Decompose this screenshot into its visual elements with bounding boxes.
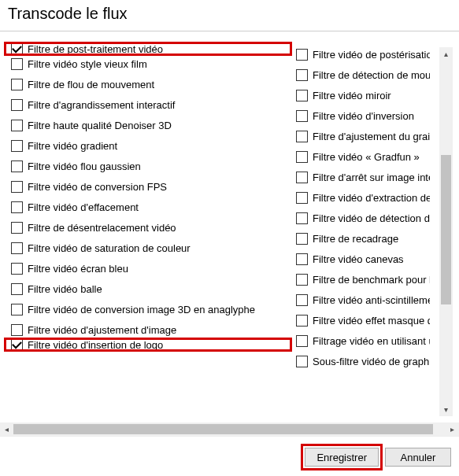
filter-checkbox[interactable] xyxy=(296,253,308,265)
filter-row[interactable]: Filtre vidéo écran bleu xyxy=(11,261,285,275)
filter-row[interactable]: Filtre vidéo d'ajustement d'image xyxy=(11,323,285,337)
filter-label: Filtre vidéo d'inversion xyxy=(313,110,414,122)
filter-checkbox[interactable] xyxy=(296,69,308,81)
filter-checkbox[interactable] xyxy=(296,90,308,101)
scroll-down-arrow-icon[interactable]: ▾ xyxy=(439,403,453,416)
cancel-button[interactable]: Annuler xyxy=(385,448,451,467)
filters-left-column: Filtre de post-traitement vidéoFiltre vi… xyxy=(11,47,285,416)
filter-checkbox[interactable] xyxy=(296,110,308,122)
filter-checkbox[interactable] xyxy=(296,151,308,163)
filter-label: Filtre haute qualité Denoiser 3D xyxy=(28,120,172,131)
filter-row[interactable]: Filtre vidéo miroir xyxy=(296,88,430,102)
filters-panel: Filtre de post-traitement vidéoFiltre vi… xyxy=(0,31,459,422)
window-title: Transcode le flux xyxy=(0,0,459,31)
filter-checkbox[interactable] xyxy=(11,58,23,70)
filter-row[interactable]: Filtre vidéo canevas xyxy=(296,252,430,266)
filter-row[interactable]: Filtre haute qualité Denoiser 3D xyxy=(11,118,285,132)
filter-row[interactable]: Filtre vidéo effet masque de tr xyxy=(296,313,430,327)
filter-label: Sous-filtre vidéo de graphique xyxy=(313,356,430,367)
filter-row[interactable]: Filtre de flou de mouvement xyxy=(11,77,285,91)
filter-row[interactable]: Filtre vidéo de conversion image 3D en a… xyxy=(11,302,285,316)
filter-label: Filtre de benchmark pour le flo xyxy=(313,274,430,286)
filter-row[interactable]: Filtre vidéo d'insertion de logo xyxy=(4,338,292,352)
filter-row[interactable]: Filtre vidéo anti-scintillement xyxy=(296,293,430,307)
filter-row[interactable]: Filtre de recadrage xyxy=(296,231,430,245)
filter-row[interactable]: Filtre vidéo gradient xyxy=(11,138,285,153)
filter-label: Filtre vidéo de détection des b xyxy=(313,212,430,224)
filter-checkbox[interactable] xyxy=(296,356,308,367)
filter-row[interactable]: Filtre vidéo balle xyxy=(11,282,285,296)
filter-checkbox[interactable] xyxy=(11,120,23,131)
filter-label: Filtre vidéo d'effacement xyxy=(28,201,139,213)
filter-row[interactable]: Filtre d'arrêt sur image interac xyxy=(296,170,430,184)
filter-checkbox[interactable] xyxy=(296,315,308,327)
filter-checkbox[interactable] xyxy=(11,263,23,275)
filter-row[interactable]: Filtre de détection de mouvem xyxy=(296,68,430,82)
filter-row[interactable]: Filtre vidéo « Gradfun » xyxy=(296,149,430,164)
filter-checkbox[interactable] xyxy=(11,181,23,193)
filter-checkbox[interactable] xyxy=(296,335,308,347)
filter-label: Filtre de flou de mouvement xyxy=(28,79,154,90)
scroll-right-arrow-icon[interactable]: ▸ xyxy=(446,422,459,436)
scroll-left-arrow-icon[interactable]: ◂ xyxy=(0,422,13,436)
filter-checkbox[interactable] xyxy=(296,274,308,286)
filter-label: Filtre de désentrelacement vidéo xyxy=(28,222,176,234)
filter-row[interactable]: Filtre vidéo d'extraction de con xyxy=(296,190,430,205)
filter-row[interactable]: Sous-filtre vidéo de graphique xyxy=(296,354,430,368)
filter-label: Filtre vidéo gradient xyxy=(28,140,117,152)
dialog-footer: Enregistrer Annuler xyxy=(0,436,459,476)
filter-checkbox[interactable] xyxy=(11,79,23,90)
filter-row[interactable]: Filtre vidéo d'effacement xyxy=(11,200,285,214)
filter-checkbox[interactable] xyxy=(11,242,23,254)
filter-checkbox[interactable] xyxy=(11,140,23,152)
filter-checkbox[interactable] xyxy=(296,172,308,183)
filter-row[interactable]: Filtre vidéo de détection des b xyxy=(296,211,430,225)
horizontal-scrollbar[interactable]: ◂ ▸ xyxy=(0,422,459,436)
horizontal-scroll-thumb[interactable] xyxy=(13,424,433,434)
filter-label: Filtre vidéo anti-scintillement xyxy=(313,294,430,306)
filter-row[interactable]: Filtre d'agrandissement interactif xyxy=(11,98,285,112)
filter-checkbox[interactable] xyxy=(11,161,23,172)
filter-row[interactable]: Filtre vidéo flou gaussien xyxy=(11,159,285,173)
filter-row[interactable]: Filtre vidéo de postérisation xyxy=(296,47,430,61)
filter-label: Filtre vidéo miroir xyxy=(313,90,391,101)
filter-row[interactable]: Filtre vidéo de saturation de couleur xyxy=(11,241,285,255)
filter-row[interactable]: Filtre d'ajustement du grain xyxy=(296,129,430,143)
filter-checkbox[interactable] xyxy=(11,99,23,111)
scroll-up-arrow-icon[interactable]: ▴ xyxy=(439,47,453,61)
vertical-scroll-track[interactable] xyxy=(439,61,453,403)
filter-row[interactable]: Filtre de post-traitement vidéo xyxy=(4,42,292,56)
vertical-scrollbar[interactable]: ▴ ▾ xyxy=(439,47,453,416)
filter-checkbox[interactable] xyxy=(11,201,23,213)
filter-label: Filtre vidéo flou gaussien xyxy=(28,161,141,172)
filter-label: Filtre de détection de mouvem xyxy=(313,69,430,81)
filter-checkbox[interactable] xyxy=(11,43,23,55)
filter-checkbox[interactable] xyxy=(296,192,308,204)
save-button[interactable]: Enregistrer xyxy=(305,448,379,467)
filter-label: Filtre vidéo d'insertion de logo xyxy=(28,339,163,351)
filter-label: Filtre vidéo d'extraction de con xyxy=(313,192,430,204)
filter-checkbox[interactable] xyxy=(296,131,308,142)
filter-label: Filtre vidéo effet masque de tr xyxy=(313,315,430,327)
filter-checkbox[interactable] xyxy=(296,294,308,306)
filter-checkbox[interactable] xyxy=(296,233,308,245)
filter-row[interactable]: Filtre de benchmark pour le flo xyxy=(296,272,430,286)
filters-right-column: Filtre vidéo de postérisationFiltre de d… xyxy=(296,47,430,416)
filter-row[interactable]: Filtre vidéo style vieux film xyxy=(11,57,285,71)
horizontal-scroll-track[interactable] xyxy=(13,422,446,436)
filter-row[interactable]: Filtre vidéo d'inversion xyxy=(296,109,430,123)
filter-checkbox[interactable] xyxy=(11,283,23,295)
filter-row[interactable]: Filtrage vidéo en utilisant une o xyxy=(296,334,430,348)
filter-label: Filtre d'ajustement du grain xyxy=(313,131,430,142)
filter-label: Filtre vidéo d'ajustement d'image xyxy=(28,324,176,336)
filter-checkbox[interactable] xyxy=(11,222,23,234)
vertical-scroll-thumb[interactable] xyxy=(441,155,451,304)
filter-checkbox[interactable] xyxy=(11,339,23,351)
filter-checkbox[interactable] xyxy=(296,212,308,224)
filter-checkbox[interactable] xyxy=(296,49,308,61)
filter-checkbox[interactable] xyxy=(11,304,23,315)
filter-row[interactable]: Filtre vidéo de conversion FPS xyxy=(11,179,285,194)
filter-row[interactable]: Filtre de désentrelacement vidéo xyxy=(11,220,285,234)
filter-checkbox[interactable] xyxy=(11,324,23,336)
filter-label: Filtre vidéo style vieux film xyxy=(28,58,147,70)
